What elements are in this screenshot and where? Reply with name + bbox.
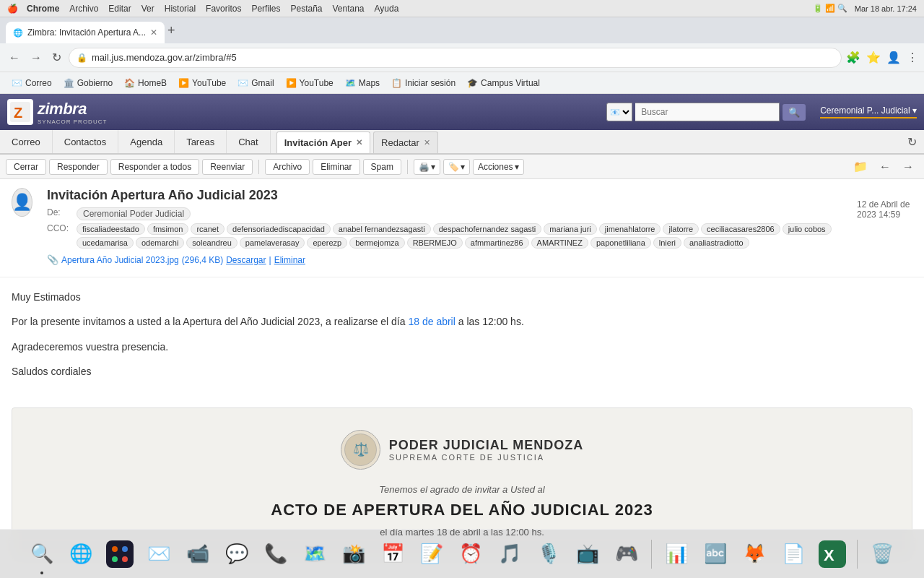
menu-historial[interactable]: Historial [165, 4, 196, 14]
dock-reminders[interactable]: ⏰ [453, 537, 488, 571]
tab-redactar-close[interactable]: ✕ [424, 138, 430, 147]
cco-tag[interactable]: jlatorre [663, 223, 699, 235]
reenviar-button[interactable]: Reenviar [202, 159, 253, 175]
dock-safari[interactable]: 🌐 [64, 537, 98, 571]
search-button[interactable]: 🔍 [783, 104, 806, 121]
tab-invitacion-close[interactable]: ✕ [356, 138, 362, 147]
cco-tag[interactable]: analiastradiotto [684, 237, 749, 249]
from-value[interactable]: Ceremonial Poder Judicial [77, 207, 191, 220]
cco-tag[interactable]: eperezp [307, 237, 347, 249]
apple-menu[interactable]: 🍎 [7, 4, 18, 14]
menu-archivo[interactable]: Archivo [69, 4, 98, 14]
cco-tag[interactable]: defensoriadediscapacidad [227, 223, 331, 235]
tag-button[interactable]: 🏷️ ▾ [443, 159, 470, 175]
responder-button[interactable]: Responder [49, 159, 108, 175]
cco-tag[interactable]: lnieri [653, 237, 681, 249]
bookmark-gmail[interactable]: ✉️ Gmail [233, 77, 278, 90]
dock-trash[interactable]: 🗑️ [865, 537, 899, 571]
print-dropdown-arrow[interactable]: ▾ [431, 162, 435, 172]
dock-messages[interactable]: 💬 [219, 537, 254, 571]
bookmark-icon[interactable]: ⭐ [866, 51, 881, 64]
extensions-icon[interactable]: 🧩 [846, 51, 860, 64]
cco-tag[interactable]: pamelaverasay [240, 237, 305, 249]
search-input[interactable] [635, 103, 780, 121]
nav-chat[interactable]: Chat [227, 130, 270, 153]
bookmark-correo[interactable]: ✉️ Correo [7, 77, 56, 90]
acciones-dropdown-arrow[interactable]: ▾ [515, 162, 519, 172]
dock-photos[interactable]: 📸 [336, 537, 371, 571]
bookmark-youtube2[interactable]: ▶️ YouTube [282, 77, 338, 90]
cco-tag[interactable]: fiscaliadeestado [77, 223, 145, 235]
cco-tag[interactable]: soleandreu [186, 237, 237, 249]
tag-dropdown-arrow[interactable]: ▾ [461, 162, 465, 172]
attachment-download-link[interactable]: Descargar [226, 255, 266, 265]
dock-notes[interactable]: 📝 [414, 537, 449, 571]
acciones-button[interactable]: Acciones ▾ [473, 159, 524, 175]
dock-tv[interactable]: 📺 [570, 537, 605, 571]
dock-mail[interactable]: ✉️ [141, 537, 176, 571]
cco-tag[interactable]: bermejomza [349, 237, 405, 249]
nav-agenda[interactable]: Agenda [118, 130, 175, 153]
dock-facetime[interactable]: 📹 [180, 537, 215, 571]
cco-tag[interactable]: ceciliacasares2806 [701, 223, 780, 235]
dock-contacts[interactable]: 📞 [258, 537, 293, 571]
dock-calendar[interactable]: 📅 [375, 537, 410, 571]
search-scope-select[interactable]: 📧 [606, 103, 632, 121]
cco-tag[interactable]: anabel fernandezsagasti [333, 223, 431, 235]
bookmark-youtube1[interactable]: ▶️ YouTube [174, 77, 230, 90]
zimbra-user-label[interactable]: Ceremonial P... Judicial ▾ [820, 105, 917, 118]
cco-tag[interactable]: ucedamarisa [77, 237, 134, 249]
forward-button[interactable]: → [27, 48, 45, 67]
bookmark-campus[interactable]: 🎓 Campus Virtual [463, 77, 544, 90]
cco-tag[interactable]: paponetliliana [590, 237, 651, 249]
profile-icon[interactable]: 👤 [886, 51, 901, 64]
nav-correo[interactable]: Correo [0, 130, 53, 153]
menu-pestana[interactable]: Pestaña [290, 4, 322, 14]
active-tab[interactable]: 🌐 Zimbra: Invitación Apertura A... ✕ [6, 22, 165, 43]
spam-button[interactable]: Spam [363, 159, 401, 175]
dock-maps[interactable]: 🗺️ [297, 537, 332, 571]
next-email-button[interactable]: → [898, 159, 918, 175]
bookmark-maps[interactable]: 🗺️ Maps [341, 77, 384, 90]
cerrar-button[interactable]: Cerrar [6, 159, 46, 175]
menu-chrome[interactable]: Chrome [27, 4, 59, 14]
print-button[interactable]: 🖨️ ▾ [414, 159, 440, 175]
cco-tag[interactable]: mariana juri [544, 223, 596, 235]
dock-launchpad[interactable] [103, 537, 137, 571]
nav-contactos[interactable]: Contactos [53, 130, 119, 153]
new-tab-button[interactable]: + [167, 23, 175, 38]
bookmark-homeb[interactable]: 🏠 HomeB [120, 77, 171, 90]
prev-email-button[interactable]: ← [875, 159, 895, 175]
back-button[interactable]: ← [6, 48, 23, 67]
menu-perfiles[interactable]: Perfiles [251, 4, 280, 14]
move-to-folder-icon[interactable]: 📁 [849, 158, 872, 175]
attachment-link[interactable]: 📎 Apertura Año Judicial 2023.jpg (296,4 … [47, 254, 857, 265]
dock-podcasts[interactable]: 🎙️ [531, 537, 566, 571]
dock-finder[interactable]: 🔍 [25, 537, 59, 571]
nav-tareas[interactable]: Tareas [175, 130, 227, 153]
cco-tag[interactable]: rcanet [191, 223, 225, 235]
dock-firefox[interactable]: 🦊 [737, 537, 772, 571]
cco-tag[interactable]: afmmartinez86 [465, 237, 529, 249]
cco-tag[interactable]: julio cobos [783, 223, 832, 235]
menu-ayuda[interactable]: Ayuda [375, 4, 399, 14]
cco-tag[interactable]: fmsimon [147, 223, 189, 235]
dock-excel[interactable]: X [815, 537, 850, 571]
dock-numbers[interactable]: 📊 [659, 537, 694, 571]
menu-favoritos[interactable]: Favoritos [206, 4, 241, 14]
archivo-button[interactable]: Archivo [265, 159, 310, 175]
bookmark-login[interactable]: 📋 Iniciar sesión [387, 77, 460, 90]
cco-tag[interactable]: RBERMEJO [407, 237, 463, 249]
responder-todos-button[interactable]: Responder a todos [110, 159, 199, 175]
cco-tag[interactable]: despachofernandez sagasti [433, 223, 542, 235]
dock-word[interactable]: 📄 [776, 537, 811, 571]
bookmark-gobierno[interactable]: 🏛️ Gobierno [59, 77, 117, 90]
tab-invitacion[interactable]: Invitación Aper ✕ [276, 131, 370, 153]
tab-close-button[interactable]: ✕ [150, 27, 157, 38]
attachment-delete-link[interactable]: Eliminar [274, 255, 305, 265]
dock-fontbook[interactable]: 🔤 [698, 537, 733, 571]
dock-games[interactable]: 🎮 [609, 537, 644, 571]
cco-tag[interactable]: jimenahlatorre [599, 223, 661, 235]
refresh-button[interactable]: ↻ [900, 130, 924, 153]
url-bar[interactable]: 🔒 mail.jus.mendoza.gov.ar/zimbra/#5 [69, 48, 842, 68]
